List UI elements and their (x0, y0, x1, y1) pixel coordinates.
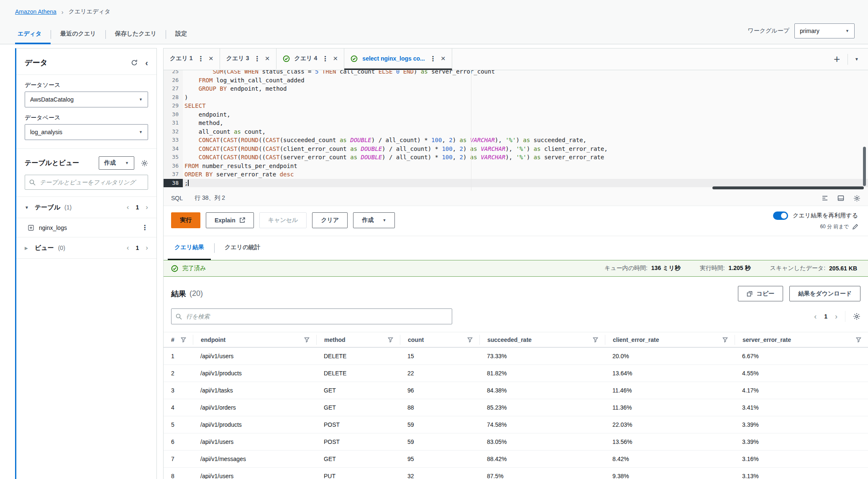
table-row[interactable]: 2/api/v1/productsDELETE2281.82%13.64%4.5… (164, 365, 868, 382)
tab-kebab-icon[interactable]: ⋮ (197, 55, 204, 63)
triangle-down-icon[interactable]: ▼ (25, 205, 31, 210)
gear-icon[interactable] (141, 160, 148, 167)
column-header-server_error_rate[interactable]: server_error_rate (735, 335, 868, 345)
tab-close-icon[interactable]: × (209, 54, 213, 63)
expand-plus-icon[interactable] (28, 225, 34, 231)
column-header-succeeded_rate[interactable]: succeeded_rate (479, 335, 605, 345)
editor-horizontal-scrollbar[interactable] (712, 186, 864, 189)
table-row[interactable]: 7/api/v1/messagesGET9588.42%8.42%3.16% (164, 451, 868, 468)
prev-page-icon[interactable]: ‹ (127, 244, 129, 252)
code-line: 37ORDER BY server_error_rate desc (164, 170, 868, 179)
create-dropdown-button[interactable]: 作成 ▼ (353, 212, 395, 228)
table-cell: 8 (164, 473, 193, 479)
datasource-select[interactable]: AwsDataCatalog ▼ (25, 92, 148, 107)
kebab-menu-icon[interactable]: ⋮ (141, 224, 148, 232)
line-number: 28 (164, 93, 183, 102)
column-header-label: endpoint (201, 336, 225, 343)
tab-list-chevron-down-icon[interactable]: ▼ (848, 57, 865, 61)
refresh-icon[interactable] (131, 59, 138, 66)
section-pagination: ‹1› (127, 244, 148, 252)
row-search-input[interactable] (185, 313, 448, 320)
column-header-endpoint[interactable]: endpoint (193, 335, 316, 345)
breadcrumb-link-athena[interactable]: Amazon Athena (15, 8, 56, 15)
column-header-num[interactable]: # (164, 335, 193, 345)
table-row[interactable]: 6/api/v1/usersPOST5983.05%13.56%3.39% (164, 433, 868, 451)
section-views[interactable]: ▶ビュー(0)‹1› (25, 237, 148, 258)
tab-close-icon[interactable]: × (441, 54, 446, 63)
prev-page-icon[interactable]: ‹ (127, 203, 129, 211)
clear-button[interactable]: クリア (312, 212, 348, 228)
tab-editor[interactable]: エディタ (15, 25, 51, 44)
filter-funnel-icon[interactable] (181, 337, 186, 343)
explain-button[interactable]: Explain (206, 212, 254, 228)
column-header-method[interactable]: method (316, 335, 400, 345)
table-row[interactable]: 8/api/v1/usersPUT3287.5%9.38%3.13% (164, 468, 868, 479)
new-tab-icon[interactable]: + (826, 53, 848, 66)
table-cell: /api/v1/tasks (193, 387, 316, 394)
download-results-button[interactable]: 結果をダウンロード (789, 286, 860, 301)
database-select[interactable]: log_analysis ▼ (25, 124, 148, 140)
code-line: 33 CONCAT(CAST(ROUND((CAST(succeeded_cou… (164, 136, 868, 145)
reuse-results-toggle[interactable] (773, 211, 788, 220)
next-page-icon[interactable]: › (146, 244, 148, 252)
panel-layout-icon[interactable] (837, 195, 844, 201)
query-tab-query-4[interactable]: クエリ 4⋮× (277, 48, 345, 70)
cancel-button[interactable]: キャンセル (259, 212, 307, 228)
table-cell: DELETE (316, 370, 400, 377)
filter-funnel-icon[interactable] (467, 337, 473, 343)
query-tabs: クエリ 1⋮×クエリ 3⋮×クエリ 4⋮×select nginx_logs c… (164, 48, 452, 70)
filter-funnel-icon[interactable] (856, 337, 861, 343)
next-page-icon[interactable]: › (146, 203, 148, 211)
tab-recent-queries[interactable]: 最近のクエリ (51, 25, 105, 44)
section-tables[interactable]: ▼テーブル(1)‹1› (25, 197, 148, 218)
stat-label: スキャンしたデータ: (770, 265, 826, 272)
results-title: 結果 (171, 289, 186, 299)
line-number: 29 (164, 102, 183, 110)
query-tab-query-1[interactable]: クエリ 1⋮× (164, 48, 220, 70)
tab-kebab-icon[interactable]: ⋮ (253, 55, 260, 63)
table-cell: /api/v1/users (193, 438, 316, 445)
filter-funnel-icon[interactable] (722, 337, 728, 343)
tab-query-stats[interactable]: クエリの統計 (218, 236, 267, 260)
query-tab-query-3[interactable]: クエリ 3⋮× (220, 48, 277, 70)
format-icon[interactable] (822, 195, 828, 201)
column-header-count[interactable]: count (400, 335, 479, 345)
column-header-client_error_rate[interactable]: client_error_rate (605, 335, 735, 345)
copy-button[interactable]: コピー (738, 286, 783, 301)
workgroup-select[interactable]: primary ▼ (794, 23, 855, 38)
triangle-right-icon[interactable]: ▶ (25, 246, 31, 250)
tab-close-icon[interactable]: × (265, 54, 269, 63)
column-header-label: server_error_rate (743, 336, 791, 343)
current-page[interactable]: 1 (824, 313, 827, 320)
tab-kebab-icon[interactable]: ⋮ (322, 55, 328, 63)
filter-funnel-icon[interactable] (304, 337, 310, 343)
table-row[interactable]: 1/api/v1/usersDELETE1573.33%20.0%6.67% (164, 348, 868, 365)
tab-close-icon[interactable]: × (333, 54, 338, 63)
query-tab-query-select-nginx[interactable]: select nginx_logs co...⋮× (344, 48, 452, 70)
table-cell: 3.39% (735, 421, 868, 428)
results-settings-gear-icon[interactable] (853, 313, 860, 320)
pencil-icon[interactable] (853, 224, 858, 229)
collapse-panel-icon[interactable]: ‹ (145, 60, 148, 66)
table-row[interactable]: 4/api/v1/ordersGET8885.23%11.36%3.41% (164, 399, 868, 416)
run-button[interactable]: 実行 (171, 212, 200, 228)
query-tab-actions: + ▼ (826, 48, 868, 70)
tab-saved-queries[interactable]: 保存したクエリ (106, 25, 166, 44)
tab-kebab-icon[interactable]: ⋮ (430, 55, 436, 63)
sql-editor[interactable]: 25 SUM(CASE WHEN status_class = 5 THEN c… (164, 70, 868, 191)
table-row[interactable]: 5/api/v1/productsPOST5974.58%22.03%3.39% (164, 416, 868, 433)
tab-query-results[interactable]: クエリ結果 (168, 236, 211, 260)
editor-settings-gear-icon[interactable] (853, 195, 860, 202)
chevron-down-icon: ▼ (845, 29, 849, 33)
create-button[interactable]: 作成 ▼ (99, 156, 134, 170)
tables-filter-input[interactable] (39, 178, 143, 186)
external-link-icon (239, 217, 245, 223)
next-page-icon[interactable]: › (835, 312, 837, 321)
filter-funnel-icon[interactable] (388, 337, 393, 343)
editor-vertical-scrollbar[interactable] (863, 147, 866, 186)
filter-funnel-icon[interactable] (593, 337, 598, 343)
table-item[interactable]: nginx_logs⋮ (25, 218, 148, 237)
tab-settings[interactable]: 設定 (166, 25, 196, 44)
prev-page-icon[interactable]: ‹ (814, 312, 817, 321)
table-row[interactable]: 3/api/v1/tasksGET9684.38%11.46%4.17% (164, 382, 868, 399)
